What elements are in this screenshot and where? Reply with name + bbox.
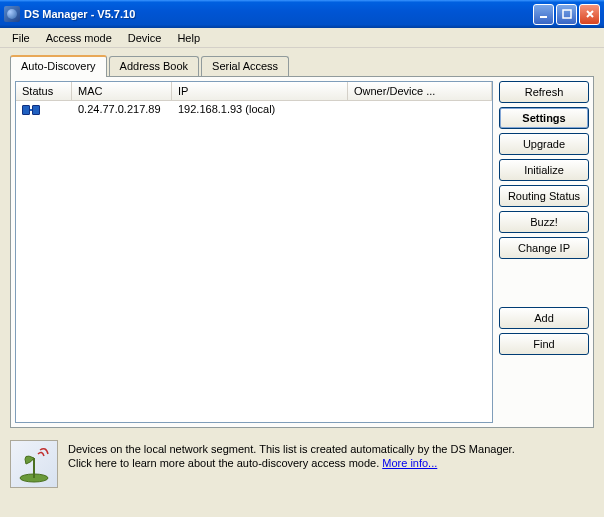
svg-rect-0 xyxy=(540,16,547,18)
footer: Devices on the local network segment. Th… xyxy=(0,432,604,496)
tab-address-book[interactable]: Address Book xyxy=(109,56,199,76)
button-column: Refresh Settings Upgrade Initialize Rout… xyxy=(499,81,589,423)
menu-bar: File Access mode Device Help xyxy=(0,28,604,48)
tab-auto-discovery[interactable]: Auto-Discovery xyxy=(10,55,107,77)
menu-device[interactable]: Device xyxy=(120,30,170,46)
svg-rect-1 xyxy=(563,10,571,18)
find-button[interactable]: Find xyxy=(499,333,589,355)
initialize-button[interactable]: Initialize xyxy=(499,159,589,181)
list-body: 0.24.77.0.217.89 192.168.1.93 (local) xyxy=(16,101,492,422)
content-area: Auto-Discovery Address Book Serial Acces… xyxy=(0,48,604,432)
column-ip[interactable]: IP xyxy=(172,82,348,100)
list-header: Status MAC IP Owner/Device ... xyxy=(16,82,492,101)
settings-button[interactable]: Settings xyxy=(499,107,589,129)
status-cell xyxy=(16,101,72,121)
tab-panel: Status MAC IP Owner/Device ... 0.24.77.0… xyxy=(10,76,594,428)
footer-line2: Click here to learn more about the auto-… xyxy=(68,457,382,469)
change-ip-button[interactable]: Change IP xyxy=(499,237,589,259)
maximize-button[interactable] xyxy=(556,4,577,25)
minimize-button[interactable] xyxy=(533,4,554,25)
button-spacer xyxy=(499,263,589,303)
refresh-button[interactable]: Refresh xyxy=(499,81,589,103)
window-title: DS Manager - V5.7.10 xyxy=(24,8,533,20)
ip-cell: 192.168.1.93 (local) xyxy=(172,101,348,121)
upgrade-button[interactable]: Upgrade xyxy=(499,133,589,155)
column-owner[interactable]: Owner/Device ... xyxy=(348,82,492,100)
menu-access-mode[interactable]: Access mode xyxy=(38,30,120,46)
mac-cell: 0.24.77.0.217.89 xyxy=(72,101,172,121)
column-status[interactable]: Status xyxy=(16,82,72,100)
add-button[interactable]: Add xyxy=(499,307,589,329)
column-mac[interactable]: MAC xyxy=(72,82,172,100)
window-controls xyxy=(533,4,600,25)
device-status-icon xyxy=(22,105,40,117)
app-icon xyxy=(4,6,20,22)
radar-icon xyxy=(10,440,58,488)
device-list[interactable]: Status MAC IP Owner/Device ... 0.24.77.0… xyxy=(15,81,493,423)
footer-text: Devices on the local network segment. Th… xyxy=(68,440,594,470)
title-bar: DS Manager - V5.7.10 xyxy=(0,0,604,28)
more-info-link[interactable]: More info... xyxy=(382,457,437,469)
close-button[interactable] xyxy=(579,4,600,25)
menu-help[interactable]: Help xyxy=(169,30,208,46)
routing-status-button[interactable]: Routing Status xyxy=(499,185,589,207)
tab-serial-access[interactable]: Serial Access xyxy=(201,56,289,76)
tab-strip: Auto-Discovery Address Book Serial Acces… xyxy=(10,56,594,76)
owner-cell xyxy=(348,101,492,121)
menu-file[interactable]: File xyxy=(4,30,38,46)
buzz-button[interactable]: Buzz! xyxy=(499,211,589,233)
footer-line1: Devices on the local network segment. Th… xyxy=(68,443,515,455)
table-row[interactable]: 0.24.77.0.217.89 192.168.1.93 (local) xyxy=(16,101,492,121)
